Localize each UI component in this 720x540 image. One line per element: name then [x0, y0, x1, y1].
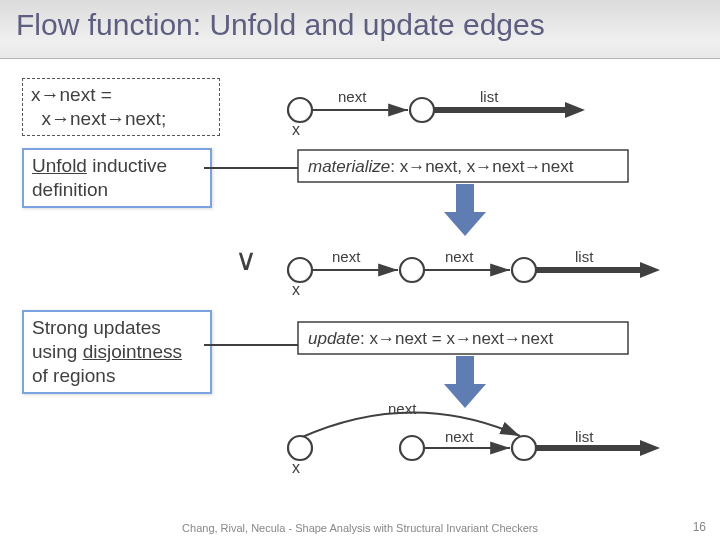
update-name: update: [308, 329, 360, 348]
slide: Flow function: Unfold and update edges x…: [0, 0, 720, 540]
svg-text:next: next: [445, 428, 474, 445]
svg-point-27: [400, 436, 424, 460]
svg-point-17: [512, 258, 536, 282]
next-label: next: [338, 88, 367, 105]
svg-point-30: [512, 436, 536, 460]
svg-text:next: next: [445, 248, 474, 265]
svg-text:next: next: [332, 248, 361, 265]
svg-marker-32: [640, 440, 660, 456]
page-number: 16: [693, 520, 706, 534]
svg-text:x: x: [292, 459, 300, 476]
svg-text:x: x: [292, 281, 300, 298]
svg-text:materialize:   x→next, x→next→: materialize: x→next, x→next→next: [308, 157, 574, 176]
x-label: x: [292, 121, 300, 138]
down-arrow-1: [440, 184, 490, 240]
svg-point-14: [400, 258, 424, 282]
shape-initial: x next list: [280, 80, 710, 140]
svg-text:next: next: [388, 400, 417, 417]
svg-point-4: [410, 98, 434, 122]
update-expr: x→next = x→next→next: [369, 329, 553, 348]
list-label: list: [480, 88, 499, 105]
step-update: update: x→next = x→next→next: [296, 320, 716, 370]
svg-point-2: [288, 98, 312, 122]
svg-point-25: [288, 436, 312, 460]
svg-marker-19: [640, 262, 660, 278]
materialize-name: materialize: [308, 157, 390, 176]
svg-text:list: list: [575, 248, 594, 265]
shape-updated: next x next list: [280, 398, 710, 488]
svg-text:update:   x→next = x→next→next: update: x→next = x→next→next: [308, 329, 554, 348]
svg-text:list: list: [575, 428, 594, 445]
shape-materialized: x next next list: [280, 240, 710, 300]
svg-marker-9: [444, 184, 486, 236]
svg-point-10: [288, 258, 312, 282]
materialize-expr: x→next, x→next→next: [400, 157, 574, 176]
step-materialize: materialize: x→next, x→next→next: [296, 148, 716, 198]
footer: Chang, Rival, Necula - Shape Analysis wi…: [0, 522, 720, 534]
svg-marker-6: [565, 102, 585, 118]
